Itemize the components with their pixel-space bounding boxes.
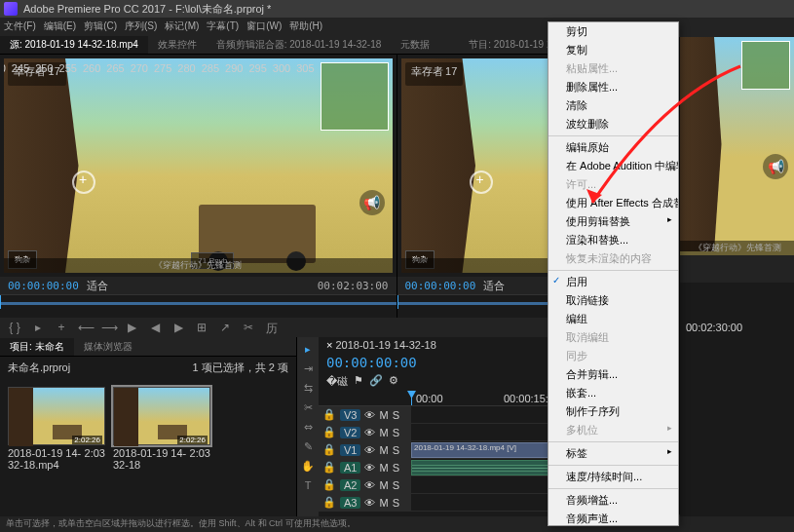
source-tc-out[interactable]: 00:02:03:00 xyxy=(318,280,389,292)
menu-item: 同步 xyxy=(548,347,678,365)
audio-mixer-tab[interactable]: 音频剪辑混合器: 2018-01-19 14-32-18 xyxy=(207,36,392,54)
source-tab[interactable]: 源: 2018-01-19 14-32-18.mp4 xyxy=(0,36,148,54)
toolbar-button[interactable]: { } xyxy=(8,321,21,334)
menu-item[interactable]: 速度/持续时间... xyxy=(548,468,678,486)
program-right-strip: 📢 《穿越行动》先锋首测 00:02:30:00 xyxy=(679,37,794,514)
menu-item[interactable]: 字幕(T) xyxy=(207,19,239,33)
menu-item[interactable]: 清除 xyxy=(548,96,678,115)
crosshair-icon xyxy=(72,171,95,194)
razor-tool-icon[interactable]: ✂ xyxy=(300,399,316,415)
minimap xyxy=(741,41,790,90)
menu-item[interactable]: 在 Adobe Audition 中编辑剪辑 xyxy=(548,157,678,175)
menu-item[interactable]: 渲染和替换... xyxy=(548,231,678,249)
slip-tool-icon[interactable]: ⇔ xyxy=(300,419,316,435)
pen-tool-icon[interactable]: ✎ xyxy=(300,438,316,454)
source-ruler[interactable] xyxy=(0,294,397,308)
track-header-v1[interactable]: 🔒V1👁MS xyxy=(319,441,411,458)
speaker-icon: 📢 xyxy=(763,154,788,179)
media-browser-tab[interactable]: 媒体浏览器 xyxy=(74,338,142,356)
menu-item[interactable]: 音频增益... xyxy=(548,491,678,510)
minimap xyxy=(321,62,389,131)
menu-item[interactable]: 标记(M) xyxy=(165,19,199,33)
window-title: Adobe Premiere Pro CC 2017 - F:\lol\未命名.… xyxy=(23,2,271,17)
link-icon[interactable]: 🔗 xyxy=(369,374,383,389)
ripple-tool-icon[interactable]: ⇆ xyxy=(300,380,316,396)
menu-item[interactable]: 标签 xyxy=(548,444,678,463)
timeline-playhead[interactable] xyxy=(411,391,412,405)
menu-item[interactable]: 使用剪辑替换 xyxy=(548,212,678,231)
toolbar-button[interactable]: ▶ xyxy=(171,321,185,334)
tool-palette: ▸ ⇥ ⇆ ✂ ⇔ ✎ ✋ T xyxy=(297,337,319,532)
toolbar-button[interactable]: ⟵ xyxy=(78,321,92,334)
timeline-tc[interactable]: 00:00:00:00 xyxy=(326,355,417,370)
tree-graphic xyxy=(4,58,92,273)
fit-menu[interactable]: 适合 xyxy=(483,279,505,293)
bin-item-clip[interactable]: 2:02:26 2018-01-19 14-32-18.mp42:03 xyxy=(8,387,105,471)
effects-tab[interactable]: 效果控件 xyxy=(148,36,207,54)
track-header-a3[interactable]: 🔒A3👁MS xyxy=(319,494,411,511)
menu-item[interactable]: 删除属性... xyxy=(548,78,678,96)
project-file: 未命名.prproj xyxy=(8,361,70,375)
game-title: 《穿越行动》先锋首测 xyxy=(4,258,393,273)
track-header-v3[interactable]: 🔒V3👁MS xyxy=(319,406,411,423)
toolbar-button[interactable]: + xyxy=(55,321,68,334)
bin-item-sequence[interactable]: 2:02:26 2018-01-19 14-32-182:03 xyxy=(113,387,210,471)
project-panel: 项目: 未命名 媒体浏览器 未命名.prproj 1 项已选择，共 2 项 2:… xyxy=(0,337,297,532)
menu-item[interactable]: 合并剪辑... xyxy=(548,365,678,384)
menu-item[interactable]: 取消链接 xyxy=(548,291,678,310)
snap-icon[interactable]: �磁 xyxy=(326,374,348,389)
menu-item[interactable]: 剪切 xyxy=(548,22,678,41)
menu-item[interactable]: 序列(S) xyxy=(125,19,157,33)
menu-item: 粘贴属性... xyxy=(548,59,678,78)
toolbar-button[interactable]: ↗ xyxy=(218,321,232,334)
sequence-tab[interactable]: 2018-01-19 14-32-18 xyxy=(335,339,435,351)
menu-item[interactable]: 音频声道... xyxy=(548,510,678,526)
type-tool-icon[interactable]: T xyxy=(300,477,316,493)
menu-item[interactable]: 窗口(W) xyxy=(246,19,282,33)
menu-item[interactable]: 文件(F) xyxy=(4,19,36,33)
track-select-tool-icon[interactable]: ⇥ xyxy=(300,361,316,376)
menu-item[interactable]: 波纹删除 xyxy=(548,115,678,133)
toolbar-button[interactable]: ▶ xyxy=(125,321,138,334)
playhead-icon[interactable] xyxy=(397,295,398,309)
menu-item[interactable]: 制作子序列 xyxy=(548,402,678,421)
menu-item: 取消编组 xyxy=(548,328,678,347)
track-header-a2[interactable]: 🔒A2👁MS xyxy=(319,476,411,493)
menu-item: 恢复未渲染的内容 xyxy=(548,249,678,268)
toolbar-button[interactable]: ⊞ xyxy=(195,321,208,334)
toolbar-button[interactable]: ✂ xyxy=(242,321,255,334)
menu-item[interactable]: 帮助(H) xyxy=(289,19,322,33)
menu-item: 许可... xyxy=(548,175,678,194)
toolbar-button[interactable]: ▸ xyxy=(31,321,45,334)
source-viewer[interactable]: 幸存者 17 240245250255260265270275280285290… xyxy=(4,58,393,273)
toolbar-button[interactable]: ⟶ xyxy=(101,321,115,334)
source-monitor: 幸存者 17 240245250255260265270275280285290… xyxy=(0,55,397,318)
hand-tool-icon[interactable]: ✋ xyxy=(300,458,316,474)
track-header-a1[interactable]: 🔒A1👁MS xyxy=(319,459,411,475)
menu-item[interactable]: 编辑(E) xyxy=(44,19,76,33)
menu-item[interactable]: 嵌套... xyxy=(548,384,678,402)
tree-graphic xyxy=(401,58,489,273)
menu-item[interactable]: 剪辑(C) xyxy=(84,19,117,33)
playhead-icon[interactable] xyxy=(0,295,1,309)
menu-item[interactable]: 复制 xyxy=(548,41,678,59)
settings-icon[interactable]: ⚙ xyxy=(389,374,398,389)
source-tc-in[interactable]: 00:00:00:00 xyxy=(8,280,79,292)
project-tab[interactable]: 项目: 未命名 xyxy=(0,338,74,356)
track-header-v2[interactable]: 🔒V2👁MS xyxy=(319,424,411,440)
menu-item[interactable]: 编组 xyxy=(548,310,678,328)
menu-item[interactable]: 使用 After Effects 合成替换 xyxy=(548,194,678,212)
menu-item: 多机位 xyxy=(548,421,678,439)
app-logo xyxy=(4,2,18,16)
selection-tool-icon[interactable]: ▸ xyxy=(300,341,316,357)
menu-item[interactable]: 启用 xyxy=(548,273,678,291)
toolbar-button[interactable]: 历史记录 xyxy=(265,321,279,334)
crosshair-icon xyxy=(470,171,493,194)
item-count: 1 项已选择，共 2 项 xyxy=(193,361,288,375)
program-tc-in[interactable]: 00:00:00:00 xyxy=(405,280,476,292)
toolbar-button[interactable]: ◀ xyxy=(148,321,162,334)
fit-menu[interactable]: 适合 xyxy=(87,279,108,293)
metadata-tab[interactable]: 元数据 xyxy=(391,36,439,54)
marker-icon[interactable]: ⚑ xyxy=(354,374,363,389)
menu-item[interactable]: 编辑原始 xyxy=(548,138,678,157)
